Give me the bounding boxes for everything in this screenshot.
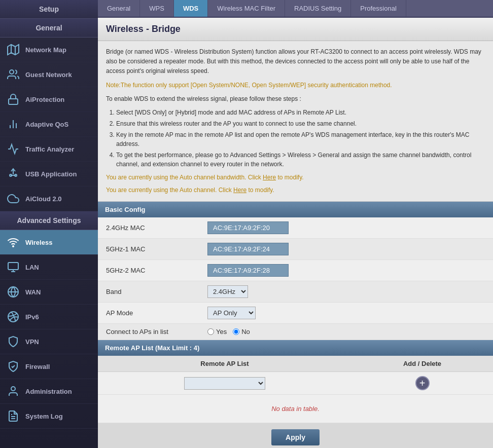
tab-general[interactable]: General	[98, 0, 140, 17]
remote-ap-input-row: +	[98, 372, 493, 395]
ap-mode-select[interactable]: AP Only WDS Only Hybrid	[207, 307, 256, 319]
sidebar-item-administration[interactable]: Administration	[0, 379, 98, 404]
tab-bar: General WPS WDS Wireless MAC Filter RADI…	[98, 0, 493, 18]
ipv6-icon	[6, 310, 20, 324]
no-data-cell: No data in table.	[98, 395, 493, 423]
col-add-delete: Add / Delete	[351, 356, 493, 372]
admin-icon	[6, 384, 20, 398]
steps-list: Select [WDS Only] or [Hybrid] mode and a…	[116, 108, 485, 169]
config-table: 2.4GHz MAC AC:9E:17:A9:2F:20 5GHz-1 MAC …	[98, 217, 493, 340]
page-title: Wireless - Bridge	[98, 18, 493, 41]
sidebar-item-guest-network[interactable]: Guest Network	[0, 62, 98, 87]
step-3: Key in the remote AP mac in the remote A…	[116, 130, 485, 148]
remote-ap-section: Remote AP List (Max Limit : 4) Remote AP…	[98, 340, 493, 423]
channel-note-2: You are currently using the Auto channel…	[106, 185, 485, 195]
add-ap-button[interactable]: +	[415, 376, 430, 390]
svg-rect-4	[9, 99, 18, 104]
band-select[interactable]: 2.4GHz 5GHz-1 5GHz-2	[207, 285, 248, 298]
firewall-icon	[6, 359, 20, 374]
remote-ap-header: Remote AP List (Max Limit : 4)	[98, 340, 493, 356]
svg-point-3	[10, 70, 14, 74]
chart-icon	[6, 117, 20, 131]
sidebar-item-label: IPv6	[25, 313, 39, 321]
sidebar-item-vpn[interactable]: VPN	[0, 329, 98, 354]
note-text: Note:The function only support [Open Sys…	[106, 81, 485, 90]
remote-ap-dropdown[interactable]	[184, 377, 265, 390]
step-2: Ensure that this wireless router and the…	[116, 119, 485, 128]
wifi-icon	[6, 235, 20, 249]
connect-no-label: No	[233, 328, 250, 335]
remote-ap-table: Remote AP List Add / Delete +	[98, 356, 493, 423]
log-icon	[6, 409, 20, 423]
svg-point-8	[13, 246, 14, 247]
connect-label: Connect to APs in list	[106, 328, 207, 335]
basic-config-header: Basic Config	[98, 202, 493, 217]
vpn-icon	[6, 334, 20, 349]
tab-wps[interactable]: WPS	[140, 0, 174, 17]
apply-row: Apply	[98, 423, 493, 448]
step-4: To get the best performance, please go t…	[116, 151, 485, 169]
tab-wds[interactable]: WDS	[174, 0, 208, 17]
sidebar-item-wan[interactable]: WAN	[0, 280, 98, 305]
channel-here-1-link[interactable]: Here	[263, 174, 276, 181]
mac-5ghz2-value: AC:9E:17:A9:2F:28	[207, 264, 485, 277]
tab-professional[interactable]: Professional	[351, 0, 406, 17]
sidebar-item-adaptive-qos[interactable]: Adaptive QoS	[0, 112, 98, 137]
mac-24ghz-row: 2.4GHz MAC AC:9E:17:A9:2F:20	[98, 217, 493, 239]
col-remote-ap: Remote AP List	[98, 356, 351, 372]
channel-note-1: You are currently using the Auto channel…	[106, 173, 485, 182]
channel-note-1-text: You are currently using the Auto channel…	[106, 174, 263, 181]
sidebar-item-label: AiProtection	[25, 96, 64, 103]
tab-mac-filter[interactable]: Wireless MAC Filter	[208, 0, 285, 17]
mac-24ghz-display: AC:9E:17:A9:2F:20	[207, 221, 289, 234]
traffic-icon	[6, 142, 20, 156]
no-data-row: No data in table.	[98, 395, 493, 423]
connect-yes-label: Yes	[207, 328, 227, 335]
general-section-header: General	[0, 19, 98, 38]
add-delete-cell: +	[351, 372, 493, 395]
sidebar-item-aiprotection[interactable]: AiProtection	[0, 87, 98, 112]
step-1: Select [WDS Only] or [Hybrid] mode and a…	[116, 108, 485, 117]
sidebar-item-network-map[interactable]: Network Map	[0, 38, 98, 62]
description-box: Bridge (or named WDS - Wireless Distribu…	[98, 41, 493, 202]
sidebar-item-label: USB Application	[25, 170, 77, 178]
sidebar-item-lan[interactable]: LAN	[0, 255, 98, 280]
ap-mode-label: AP Mode	[106, 309, 207, 317]
ap-mode-row: AP Mode AP Only WDS Only Hybrid	[98, 303, 493, 324]
sidebar-item-traffic-analyzer[interactable]: Traffic Analyzer	[0, 137, 98, 162]
steps-intro: To enable WDS to extend the wireless sig…	[106, 94, 485, 104]
connect-no-radio[interactable]	[233, 328, 239, 335]
sidebar-item-aicloud[interactable]: AiCloud 2.0	[0, 186, 98, 211]
advanced-section-header: Advanced Settings	[0, 211, 98, 230]
mac-5ghz1-value: AC:9E:17:A9:2F:24	[207, 243, 485, 255]
mac-5ghz1-row: 5GHz-1 MAC AC:9E:17:A9:2F:24	[98, 239, 493, 260]
content-area: Wireless - Bridge Bridge (or named WDS -…	[98, 18, 493, 448]
cloud-icon	[6, 192, 20, 206]
sidebar-item-label: Administration	[25, 388, 72, 395]
channel-note-2-text: You are currently using the Auto channel…	[106, 186, 233, 194]
sidebar-item-usb-application[interactable]: USB Application	[0, 162, 98, 186]
band-value: 2.4GHz 5GHz-1 5GHz-2	[207, 285, 485, 298]
band-row: Band 2.4GHz 5GHz-1 5GHz-2	[98, 281, 493, 303]
svg-point-15	[11, 387, 15, 391]
sidebar-item-firewall[interactable]: Firewall	[0, 354, 98, 379]
mac-5ghz2-row: 5GHz-2 MAC AC:9E:17:A9:2F:28	[98, 260, 493, 281]
channel-here-2-link[interactable]: Here	[233, 186, 246, 194]
sidebar-item-label: Firewall	[25, 363, 50, 370]
channel-note-2-end: to modify.	[246, 186, 274, 194]
sidebar-item-wireless[interactable]: Wireless	[0, 230, 98, 255]
mac-5ghz1-label: 5GHz-1 MAC	[106, 245, 207, 253]
sidebar-item-system-log[interactable]: System Log	[0, 404, 98, 429]
apply-button[interactable]: Apply	[271, 429, 320, 445]
mac-5ghz2-display: AC:9E:17:A9:2F:28	[207, 264, 289, 277]
connect-yes-radio[interactable]	[207, 328, 214, 335]
no-data-text: No data in table.	[106, 399, 485, 419]
channel-note-1-end: to modify.	[276, 174, 303, 181]
users-icon	[6, 67, 20, 82]
tab-radius[interactable]: RADIUS Setting	[285, 0, 351, 17]
sidebar-item-ipv6[interactable]: IPv6	[0, 305, 98, 329]
sidebar-item-label: AiCloud 2.0	[25, 195, 62, 203]
map-icon	[6, 43, 20, 57]
svg-marker-0	[8, 45, 19, 55]
main-content: General WPS WDS Wireless MAC Filter RADI…	[98, 0, 493, 448]
